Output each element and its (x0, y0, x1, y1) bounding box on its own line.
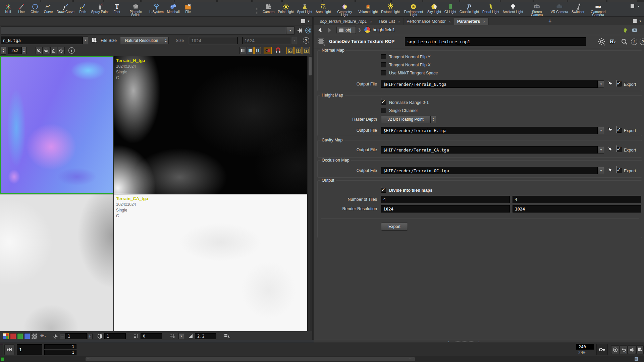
tool-file[interactable]: File (181, 2, 195, 13)
cavity-map-image[interactable]: Terrain_CA_tga 1024x1024 Single C (114, 194, 307, 331)
shelf-tab[interactable] (175, 0, 217, 2)
height-output-pick-icon[interactable] (606, 127, 613, 134)
reload-image-icon[interactable] (91, 37, 98, 44)
tool-circle[interactable]: Circle (28, 2, 42, 13)
tool-area-light[interactable]: Area Light (314, 2, 333, 13)
cavity-output-field[interactable]: $HIP/render/Terrain_CA.tga (381, 146, 598, 154)
cavity-output-menu-arrow[interactable]: ▼ (598, 146, 604, 154)
tool-null[interactable]: Null (1, 2, 15, 13)
hscroll-right-grip[interactable] (409, 358, 414, 360)
gear-icon[interactable] (598, 38, 606, 46)
pane-menu-arrow-icon[interactable]: ▼ (307, 20, 310, 23)
take-flag-icon[interactable] (622, 27, 628, 34)
link-editor-icon[interactable] (632, 27, 638, 33)
tool-curve[interactable]: Curve (42, 2, 55, 13)
shelf-tab[interactable] (323, 0, 355, 2)
height-output-menu-arrow[interactable]: ▼ (598, 127, 604, 134)
tool-distant-light[interactable]: Distant Light (379, 2, 401, 13)
tab-close-icon[interactable]: × (398, 19, 400, 23)
divide-tiled-checkbox[interactable]: ✓ (381, 188, 386, 193)
tab-parameters[interactable]: Parameters× (454, 18, 489, 25)
tab-sop-terrain-texture-rop1[interactable]: sop_terrain_texture_rop1× (317, 18, 375, 25)
tab-close-icon[interactable]: × (449, 19, 451, 23)
shelf-tab[interactable] (501, 0, 533, 2)
realtime-toggle[interactable] (0, 344, 3, 355)
contrast-field[interactable]: 1 (104, 333, 126, 339)
shelf-tab[interactable] (0, 0, 40, 2)
range-dropdown-arrow[interactable]: ▼ (178, 333, 184, 339)
range-end-field[interactable]: 240 (576, 344, 594, 350)
zoom-out-icon[interactable] (43, 47, 50, 54)
hscroll-left-grip[interactable] (87, 358, 92, 360)
channel-rgba-swatch[interactable] (3, 333, 9, 339)
tool-path[interactable]: Path (76, 2, 90, 13)
grid-spinner[interactable]: ▲▼ (1, 47, 6, 55)
grid-layout-field[interactable]: 2x2 (8, 47, 21, 54)
shelf-tab[interactable] (73, 0, 103, 2)
occlusion-output-field[interactable]: $HIP/render/Terrain_OC.tga (381, 167, 598, 174)
normal-output-menu-arrow[interactable]: ▼ (598, 80, 604, 88)
flipbook-icon[interactable] (264, 47, 272, 54)
viewer-canvas[interactable]: Terrain_H_tga 1024x1024 Single C Terrain… (0, 56, 312, 331)
viewer-filename-field[interactable]: n_N.tga (1, 37, 83, 44)
node-name-field[interactable]: sop_terrain_texture_rop1 (405, 37, 586, 46)
range-start2-field[interactable]: 1 (44, 350, 76, 355)
shelf-tab[interactable] (141, 0, 174, 2)
tool-platonic-solids[interactable]: Platonic Solids (124, 2, 148, 16)
occlusion-output-pick-icon[interactable] (606, 167, 613, 174)
tool-metaball[interactable]: Metaball (165, 2, 181, 13)
auto-key-icon[interactable] (611, 345, 619, 354)
normal-map-image[interactable] (0, 56, 113, 194)
normal-output-pick-icon[interactable] (606, 81, 613, 87)
pane2-maximize-icon[interactable] (633, 19, 637, 23)
tool-gi-light[interactable]: GI Light (443, 2, 458, 13)
tool-portal-light[interactable]: Portal Light (481, 2, 501, 13)
tool-stereo-camera[interactable]: Stereo Camera (525, 2, 549, 16)
tool-line[interactable]: Line (15, 2, 28, 13)
shelf-tab[interactable] (217, 0, 252, 2)
shelf-tab[interactable] (534, 0, 567, 2)
grid-layout-spinner[interactable]: ▲▼ (21, 47, 26, 54)
info-icon[interactable]: i (68, 47, 75, 54)
new-tab-button[interactable]: + (548, 18, 551, 24)
help-icon[interactable]: ? (303, 37, 309, 44)
tile-pattern-icon[interactable] (286, 47, 294, 54)
viewer-path-dropdown-arrow[interactable]: ▼ (286, 26, 294, 35)
tab-close-icon[interactable]: × (370, 19, 372, 23)
channel-alpha-swatch[interactable] (31, 333, 37, 339)
shelf-tab[interactable] (282, 0, 322, 2)
timeline-hscrollbar[interactable] (86, 357, 415, 361)
follow-selection-icon[interactable] (305, 27, 312, 34)
height-map-image[interactable]: Terrain_H_tga 1024x1024 Single C (114, 56, 307, 194)
params-hscrollbar[interactable]: ▲ ▲ (314, 340, 644, 343)
size-y-field[interactable]: 1024 (242, 37, 291, 44)
channel-blue-swatch[interactable] (24, 333, 30, 339)
houdini-engine-icon[interactable]: H▾ (609, 38, 615, 45)
offset-field[interactable]: 0 (141, 333, 162, 339)
occlusion-map-image[interactable] (0, 194, 113, 331)
node-help-icon[interactable]: ? (640, 39, 644, 45)
shelf-tab[interactable] (252, 0, 282, 2)
tiles-y-field[interactable]: 4 (513, 196, 641, 203)
tool-volume-light[interactable]: Volume Light (357, 2, 379, 13)
tool-ambient-light[interactable]: Ambient Light (501, 2, 525, 13)
tangent-flip-y-checkbox[interactable] (381, 54, 386, 59)
current-frame-field[interactable]: 1 (17, 344, 42, 355)
tangent-flip-x-checkbox[interactable] (381, 62, 386, 67)
status-page-icon[interactable] (634, 357, 639, 362)
size-x-field[interactable]: 1024 (189, 37, 238, 44)
tool-font[interactable]: TFont (110, 2, 124, 13)
tool-environment-light[interactable]: Environment Light (401, 2, 426, 16)
toolbar-grip[interactable] (256, 6, 259, 15)
raster-depth-dropdown[interactable]: 32 Bit Floating Point (381, 116, 430, 123)
tool-spray-paint[interactable]: Spray Paint (90, 2, 110, 13)
grid-quad-icon[interactable] (294, 47, 302, 54)
viewer-path-dropdown[interactable] (1, 26, 286, 35)
tool-gamepad-camera[interactable]: Gamepad Camera (586, 2, 610, 16)
pane-maximize-icon[interactable] (301, 19, 305, 23)
brightness-plus-button[interactable]: + (87, 333, 93, 339)
tool-sky-light[interactable]: Sky Light (426, 2, 443, 13)
color-correction-icon[interactable]: ❋▼ (40, 333, 49, 339)
shelf-tab[interactable] (568, 0, 606, 2)
viewer-vscrollbar[interactable] (308, 56, 312, 331)
